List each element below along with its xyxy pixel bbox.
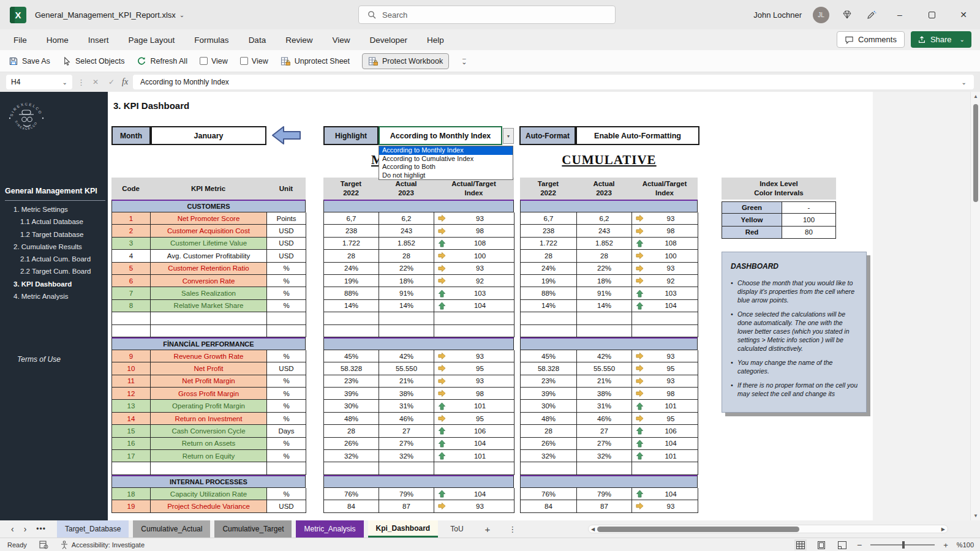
filename-chevron-icon[interactable]: ⌄	[179, 12, 184, 18]
vertical-scroll-thumb[interactable]	[973, 104, 978, 202]
menu-page-layout[interactable]: Page Layout	[129, 36, 175, 45]
cell: 26%	[324, 438, 379, 450]
search-box[interactable]: Search	[358, 6, 616, 24]
sidebar-item-2-2-target-cum-board[interactable]: 2.2 Target Cum. Board	[0, 265, 108, 277]
menu-insert[interactable]: Insert	[88, 36, 109, 45]
menu-developer[interactable]: Developer	[369, 36, 407, 45]
sidebar-item-1-1-actual-database[interactable]: 1.1 Actual Database	[0, 216, 108, 228]
premium-gem-icon[interactable]	[840, 8, 854, 21]
view-checkbox-2[interactable]: View	[240, 57, 268, 66]
empty-row	[111, 312, 306, 324]
workbook-filename[interactable]: General_Management_KPI_Report.xlsx	[35, 10, 176, 20]
tab-cumulative_target[interactable]: Cumulative_Target	[214, 520, 292, 538]
name-box-chevron-icon[interactable]: ⌄	[62, 79, 67, 86]
menu-data[interactable]: Data	[249, 36, 266, 45]
sidebar-item-1-metric-settings[interactable]: 1. Metric Settings	[0, 203, 108, 216]
zoom-in-icon[interactable]: +	[943, 541, 948, 550]
right-arrow-icon	[438, 414, 446, 422]
toolbar-overflow-icon[interactable]: ─⌄	[461, 58, 467, 64]
autoformat-input[interactable]: Enable Auto-Formatting	[576, 126, 699, 145]
menu-review[interactable]: Review	[285, 36, 312, 45]
scroll-left-icon[interactable]: ◀	[591, 527, 595, 532]
sidebar-item-2-cumulative-results[interactable]: 2. Cumulative Results	[0, 241, 108, 253]
view-checkbox-1[interactable]: View	[200, 57, 228, 66]
tab-next-icon[interactable]: ›	[24, 524, 27, 534]
select-objects-button[interactable]: Select Objects	[62, 56, 125, 66]
zoom-slider[interactable]	[870, 544, 935, 545]
restore-button[interactable]	[921, 0, 942, 29]
zoom-slider-thumb[interactable]	[902, 541, 905, 549]
highlight-combobox[interactable]: According to Monthly Index	[379, 126, 502, 145]
zoom-level[interactable]: %100	[957, 541, 974, 549]
unprotect-sheet-button[interactable]: Unprotect Sheet	[281, 56, 350, 66]
sidebar-item-4-metric-analysis[interactable]: 4. Metric Analysis	[0, 290, 108, 302]
cell: 238	[324, 225, 379, 237]
tab-metric_analysis[interactable]: Metric_Analysis	[296, 520, 363, 538]
protect-workbook-button[interactable]: Protect Workbook	[362, 53, 449, 69]
save-as-button[interactable]: Save As	[9, 56, 50, 66]
zoom-out-icon[interactable]: −	[857, 540, 862, 550]
new-sheet-icon[interactable]: +	[485, 524, 491, 534]
month-input[interactable]: January	[151, 126, 266, 145]
excel-app-icon[interactable]: X	[10, 7, 26, 23]
tab-kpi_dashboard[interactable]: Kpi_Dashboard	[368, 520, 439, 538]
dropdown-option[interactable]: According to Both	[379, 163, 513, 171]
vertical-scrollbar[interactable]: ▲ ▼	[970, 92, 980, 520]
user-name[interactable]: John Lochner	[753, 10, 802, 20]
menu-formulas[interactable]: Formulas	[194, 36, 228, 45]
menu-help[interactable]: Help	[427, 36, 444, 45]
scroll-down-icon[interactable]: ▼	[971, 513, 980, 519]
name-box[interactable]: H4 ⌄	[6, 75, 72, 89]
up-arrow-icon	[438, 452, 446, 460]
cell: 46%	[577, 413, 632, 425]
tab-options-icon[interactable]: ⋮	[508, 525, 516, 534]
formula-expand-icon[interactable]: ⌄	[962, 79, 967, 86]
menu-home[interactable]: Home	[47, 36, 69, 45]
tab-cumulative_actual[interactable]: Cumulative_Actual	[133, 520, 210, 538]
tab-prev-icon[interactable]: ‹	[11, 524, 14, 534]
accessibility-status[interactable]: Accessibility: Investigate	[61, 541, 145, 549]
refresh-all-button[interactable]: Refresh All	[137, 56, 187, 66]
sidebar-item-1-2-target-database[interactable]: 1.2 Target Database	[0, 228, 108, 241]
insert-function-icon[interactable]: fx	[122, 77, 128, 87]
cell: %	[267, 413, 306, 425]
tab-tou[interactable]: ToU	[442, 520, 471, 538]
scroll-up-icon[interactable]: ▲	[971, 94, 980, 99]
horizontal-scroll-thumb[interactable]	[597, 527, 799, 532]
right-arrow-icon	[438, 502, 446, 510]
share-button[interactable]: Share ⌄	[911, 31, 971, 48]
table-row: 11Net Profit Margin%	[111, 375, 306, 388]
cell: 27%	[379, 438, 434, 450]
comments-button[interactable]: Comments	[837, 31, 905, 48]
dropdown-option[interactable]: According to Cumulative Index	[379, 155, 513, 163]
menu-file[interactable]: File	[13, 36, 27, 45]
section-band	[520, 337, 698, 350]
formula-input[interactable]: According to Monthly Index ⌄	[133, 75, 974, 89]
dropdown-option[interactable]: According to Monthly Index	[379, 146, 513, 155]
normal-view-icon[interactable]	[794, 539, 807, 550]
sidebar-item-3-kpi-dashboard[interactable]: 3. KPI Dashboard	[0, 278, 108, 290]
close-button[interactable]: ✕	[953, 0, 974, 29]
avatar[interactable]: JL	[813, 7, 829, 23]
editor-pen-icon[interactable]	[865, 8, 878, 21]
terms-of-use-link[interactable]: Terms of Use	[17, 355, 61, 364]
macro-record-icon[interactable]	[39, 541, 48, 549]
table-row: 8Relative Market Share%	[111, 300, 306, 312]
menu-view[interactable]: View	[332, 36, 350, 45]
workbook-lock-icon	[368, 56, 379, 66]
minimize-button[interactable]: –	[889, 0, 910, 29]
status-bar: Ready Accessibility: Investigate − + %10…	[0, 538, 980, 551]
scroll-right-icon[interactable]: ▶	[941, 527, 945, 532]
confirm-entry-icon[interactable]: ✓	[106, 78, 117, 86]
page-layout-view-icon[interactable]	[815, 539, 827, 550]
page-break-view-icon[interactable]	[836, 539, 848, 550]
highlight-dropdown-button[interactable]: ▼	[503, 128, 514, 144]
horizontal-scrollbar[interactable]: ◀ ▶	[588, 525, 948, 533]
dropdown-option[interactable]: Do not highligt	[379, 171, 513, 180]
tab-more-icon[interactable]: •••	[36, 525, 46, 533]
cell: Net Profit Margin	[151, 375, 267, 388]
tab-target_database[interactable]: Target_Database	[57, 520, 129, 538]
cancel-entry-icon[interactable]: ✕	[90, 78, 101, 86]
sidebar-item-2-1-actual-cum-board[interactable]: 2.1 Actual Cum. Board	[0, 253, 108, 265]
info-box-title: DASHBOARD	[722, 252, 866, 271]
